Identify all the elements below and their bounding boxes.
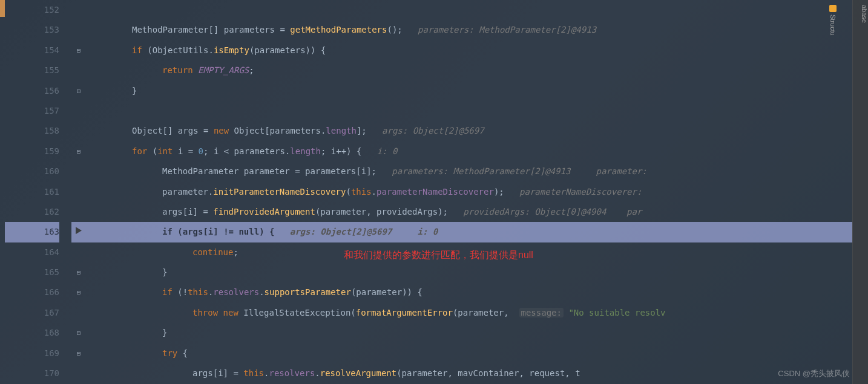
structure-icon — [829, 5, 837, 12]
line-number: 152 — [5, 0, 59, 20]
code-line: args[i] = this.resolvers.resolveArgument… — [84, 363, 852, 383]
database-tool-button[interactable]: abase — [861, 5, 868, 384]
code-line: MethodParameter[] parameters = getMethod… — [84, 20, 852, 40]
code-line: for (int i = 0; i < parameters.length; i… — [84, 142, 852, 161]
fold-end-icon[interactable]: ⊟ — [71, 323, 84, 343]
line-number: 156 — [5, 81, 59, 101]
code-line: if (!this.resolvers.supportsParameter(pa… — [84, 282, 852, 302]
code-line: } — [84, 323, 852, 343]
fold-end-icon[interactable]: ⊟ — [71, 262, 84, 282]
line-number: 154 — [5, 41, 59, 60]
watermark: CSDN @秃头披风侠 — [778, 368, 850, 379]
line-number: 157 — [5, 101, 59, 121]
line-number-current: 163 — [5, 222, 59, 242]
fold-end-icon[interactable]: ⊟ — [71, 81, 84, 101]
line-number: 162 — [5, 202, 59, 222]
line-number: 169 — [5, 343, 59, 363]
change-marker — [0, 0, 5, 17]
line-number: 165 — [5, 262, 59, 282]
line-number: 161 — [5, 182, 59, 202]
fold-toggle-icon[interactable]: ⊟ — [71, 343, 84, 363]
line-number: 159 — [5, 142, 59, 161]
line-number: 168 — [5, 323, 59, 343]
line-number: 166 — [5, 282, 59, 302]
line-number: 167 — [5, 303, 59, 323]
fold-toggle-icon[interactable]: ⊟ — [71, 41, 84, 60]
modified-bar — [0, 0, 5, 384]
execution-pointer-icon — [71, 222, 84, 242]
code-line: } — [84, 81, 852, 101]
line-number: 153 — [5, 20, 59, 40]
annotation-text: 和我们提供的参数进行匹配，我们提供是null — [344, 249, 533, 262]
fold-gutter[interactable]: ⊟ ⊟ ⊟ ⊟ ⊟ ⊟ ⊟ — [71, 0, 84, 384]
code-line: try { — [84, 343, 852, 363]
line-number: 164 — [5, 242, 59, 262]
code-line: throw new IllegalStateException(formatAr… — [84, 303, 852, 323]
line-gutter: 152 153 154 155 156 157 158 159 160 161 … — [5, 0, 71, 384]
code-line: if (ObjectUtils.isEmpty(parameters)) { — [84, 41, 852, 60]
code-line: } — [84, 262, 852, 282]
code-line: return EMPTY_ARGS; — [84, 60, 852, 80]
code-line: MethodParameter parameter = parameters[i… — [84, 161, 852, 181]
line-number: 170 — [5, 363, 59, 383]
code-line: parameter.initParameterNameDiscovery(thi… — [84, 182, 852, 202]
code-line-current: if (args[i] != null) { args: Object[2]@5… — [84, 222, 852, 242]
line-number: 158 — [5, 121, 59, 141]
code-line: args[i] = findProvidedArgument(parameter… — [84, 202, 852, 222]
line-number: 155 — [5, 60, 59, 80]
tool-window-bar[interactable]: abase Structu — [852, 0, 868, 384]
line-number: 160 — [5, 161, 59, 181]
fold-toggle-icon[interactable]: ⊟ — [71, 142, 84, 161]
structure-tool-button[interactable]: Structu — [829, 5, 837, 384]
fold-toggle-icon[interactable]: ⊟ — [71, 282, 84, 302]
code-editor[interactable]: MethodParameter[] parameters = getMethod… — [84, 0, 852, 384]
code-line: Object[] args = new Object[parameters.le… — [84, 121, 852, 141]
